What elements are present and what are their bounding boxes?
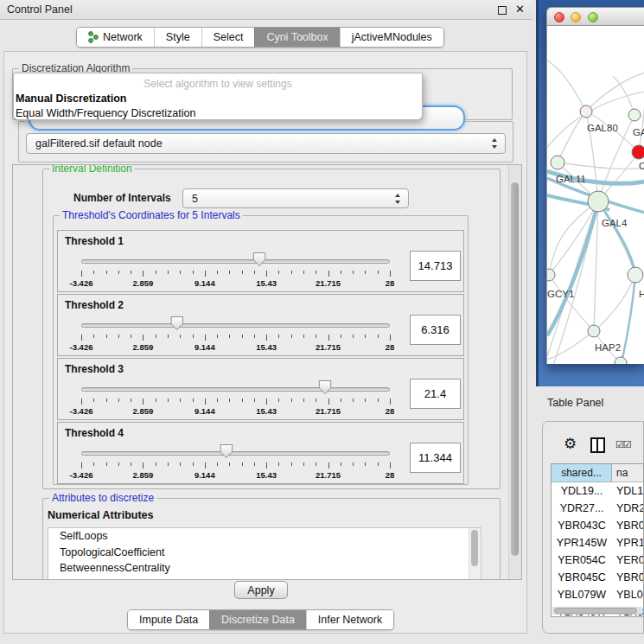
network-canvas[interactable]: GAL80GACGAL11GAL4GCY1HHAP2: [546, 26, 644, 364]
tab-network[interactable]: Network: [77, 28, 154, 47]
slider-scale-labels: -3.4262.8599.14415.4321.71528: [81, 278, 390, 289]
panel-divider[interactable]: [536, 0, 539, 386]
threshold-slider[interactable]: -3.4262.8599.14415.4321.71528: [81, 382, 390, 417]
network-node[interactable]: [628, 109, 641, 121]
tab-impute-data[interactable]: Impute Data: [128, 610, 209, 629]
table-row[interactable]: YDR27...YDR2: [552, 500, 643, 517]
threshold-slider[interactable]: -3.4262.8599.14415.4321.71528: [81, 446, 390, 481]
slider-thumb[interactable]: [170, 316, 183, 330]
table-cell: YBR043C: [552, 517, 612, 534]
tab-cyni-toolbox[interactable]: Cyni Toolbox: [254, 28, 339, 47]
network-node[interactable]: [588, 191, 609, 212]
slider-track[interactable]: [81, 451, 390, 456]
close-window-icon[interactable]: [554, 12, 564, 22]
threshold-slider[interactable]: -3.4262.8599.14415.4321.71528: [81, 318, 390, 353]
tab-label: Style: [166, 28, 190, 47]
table-data-combobox[interactable]: galFiltered.sif default node: [26, 133, 506, 154]
slider-thumb[interactable]: [220, 444, 233, 458]
threshold-value-field[interactable]: 11.344: [410, 443, 461, 473]
apply-button[interactable]: Apply: [234, 581, 288, 599]
slider-track[interactable]: [81, 387, 390, 392]
network-node[interactable]: [551, 156, 564, 169]
network-edge[interactable]: [598, 201, 635, 275]
slider-thumb[interactable]: [319, 380, 332, 394]
attribute-list-item[interactable]: BetweennessCentrality: [48, 560, 481, 577]
network-window-titlebar[interactable]: [546, 7, 644, 26]
table-column-header[interactable]: shared...: [552, 464, 612, 482]
slider-thumb[interactable]: [253, 252, 266, 266]
attribute-list-item[interactable]: SelfLoops: [48, 528, 481, 545]
close-panel-icon[interactable]: ✕: [515, 3, 525, 16]
network-edge[interactable]: [558, 163, 644, 169]
scrollbar-thumb[interactable]: [471, 530, 478, 566]
table-row[interactable]: YPR145WYPR1: [552, 534, 643, 552]
tab-label: Select: [214, 28, 244, 47]
menu-item-manual-discretization[interactable]: Manual Discretization: [16, 92, 422, 105]
network-node-label: GA: [633, 127, 644, 137]
network-node-label: HAP2: [595, 342, 621, 353]
table-row[interactable]: YBR045CYBR0: [552, 569, 643, 586]
thresholds-group: Threshold's Coordinates for 5 Intervals …: [53, 215, 469, 485]
attribute-list-item[interactable]: TopologicalCoefficient: [48, 545, 481, 561]
scrollbar-thumb[interactable]: [511, 182, 519, 556]
tab-discretize-data[interactable]: Discretize Data: [209, 610, 306, 629]
algorithm-hint: Select algorithm to view settings: [14, 78, 422, 90]
zoom-window-icon[interactable]: [588, 12, 598, 22]
control-panel-titlebar: Control Panel ✕: [0, 0, 532, 20]
number-of-intervals-combobox[interactable]: 5: [182, 188, 409, 208]
network-edge[interactable]: [549, 201, 598, 275]
threshold-slider[interactable]: -3.4262.8599.14415.4321.71528: [81, 254, 390, 289]
minimize-window-icon[interactable]: [571, 12, 581, 22]
algorithm-dropdown-popup: Select algorithm to view settings Manual…: [13, 73, 423, 120]
app-root: Control Panel ✕ NetworkStyleSelectCyni T…: [0, 0, 644, 644]
network-node-label: GCY1: [547, 289, 574, 299]
threshold-value-field[interactable]: 21.4: [410, 379, 461, 409]
float-panel-icon[interactable]: [498, 6, 507, 15]
network-node[interactable]: [632, 145, 644, 159]
network-edge[interactable]: [547, 61, 586, 112]
network-thick-edge[interactable]: [547, 201, 598, 335]
network-thick-edge[interactable]: [598, 201, 635, 275]
threshold-value-field[interactable]: 14.713: [410, 251, 461, 281]
table-horizontal-scrollbar[interactable]: [552, 607, 642, 615]
number-of-intervals-value: 5: [192, 193, 198, 205]
attributes-scrollbar[interactable]: [469, 528, 481, 580]
table-row[interactable]: YER054CYER0: [552, 552, 643, 569]
tab-select[interactable]: Select: [201, 28, 255, 47]
slider-scale-labels: -3.4262.8599.14415.4321.71528: [81, 470, 390, 481]
table-row[interactable]: YBR043CYBR0: [552, 517, 643, 534]
combo-arrows-icon[interactable]: [492, 138, 498, 149]
network-node[interactable]: [628, 267, 643, 283]
network-edge[interactable]: [558, 112, 586, 163]
slider-track[interactable]: [81, 323, 390, 328]
table-cell: YDR27...: [552, 500, 612, 517]
network-thick-edge[interactable]: [622, 275, 635, 363]
slider-scale-labels: -3.4262.8599.14415.4321.71528: [81, 342, 390, 353]
settings-vertical-scrollbar[interactable]: [508, 165, 521, 579]
gear-icon[interactable]: ⚙: [564, 435, 577, 452]
table-row[interactable]: YBL079WYBL0: [552, 586, 643, 603]
tab-label: Discretize Data: [221, 610, 295, 629]
network-node[interactable]: [580, 105, 592, 118]
table-row[interactable]: YDL19...YDL1: [552, 482, 643, 500]
combo-arrows-icon[interactable]: [395, 194, 401, 204]
split-columns-icon[interactable]: [590, 437, 605, 453]
network-edge[interactable]: [549, 201, 598, 275]
bottom-tab-bar: Impute DataDiscretize DataInfer Network: [127, 609, 394, 630]
tab-label: jActiveMNodules: [352, 28, 432, 47]
tab-infer-network[interactable]: Infer Network: [306, 610, 393, 629]
threshold-value-field[interactable]: 6.316: [410, 315, 461, 345]
tab-style[interactable]: Style: [154, 28, 201, 47]
slider-track[interactable]: [81, 259, 390, 264]
checkbox-columns-icon[interactable]: ☑☑: [615, 439, 631, 450]
interval-definition-title: Interval Definition: [49, 164, 135, 175]
tab-jactivemnodules[interactable]: jActiveMNodules: [340, 28, 443, 47]
network-node-label: GAL11: [556, 174, 586, 184]
table-column-header[interactable]: na: [612, 464, 643, 482]
network-node[interactable]: [547, 269, 555, 281]
network-node[interactable]: [588, 325, 600, 337]
menu-item-equal-width-frequency[interactable]: Equal Width/Frequency Discretization: [16, 107, 422, 120]
number-of-intervals-label: Number of Intervals: [73, 192, 171, 204]
slider-ticks: [81, 335, 390, 341]
scrollbar-thumb[interactable]: [554, 608, 637, 614]
